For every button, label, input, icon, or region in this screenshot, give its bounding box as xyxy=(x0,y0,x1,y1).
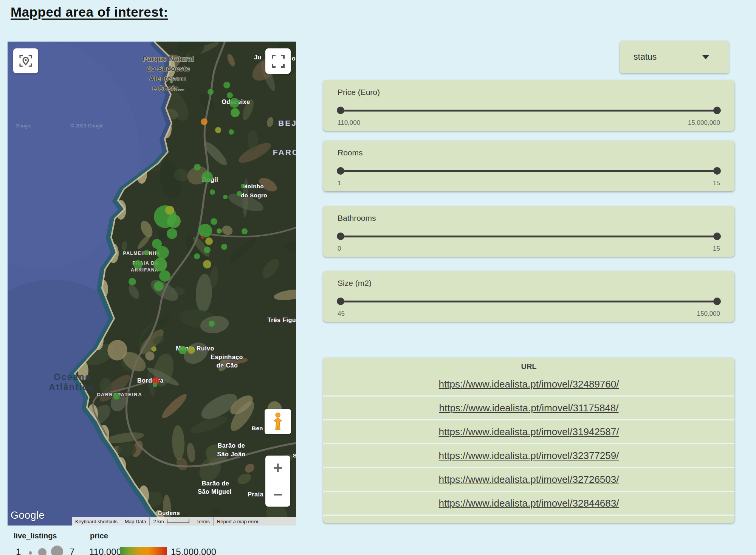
listing-dot[interactable] xyxy=(167,228,177,239)
listing-dot[interactable] xyxy=(217,228,222,234)
listing-dot[interactable] xyxy=(209,321,215,327)
listing-dot[interactable] xyxy=(223,195,228,199)
listing-dot[interactable] xyxy=(153,383,157,387)
listing-dot[interactable] xyxy=(144,250,149,255)
bathrooms-filter-panel: Bathrooms 0 15 xyxy=(323,206,734,257)
map-label: do Sudoeste xyxy=(147,65,190,73)
listing-dot[interactable] xyxy=(187,346,195,354)
listing-link[interactable]: https://www.idealista.pt/imovel/32489760… xyxy=(439,378,619,390)
listing-dot[interactable] xyxy=(129,278,136,285)
map-label: Bordeira xyxy=(137,377,164,384)
google-logo[interactable]: Google xyxy=(11,510,45,521)
table-row: https://www.idealista.pt/imovel/31175848… xyxy=(323,395,734,419)
scale-bracket xyxy=(167,519,189,523)
rooms-slider-handle-max[interactable] xyxy=(713,167,721,175)
listing-dot[interactable] xyxy=(229,129,234,135)
map-label: de Cão xyxy=(217,362,238,369)
listing-link[interactable]: https://www.idealista.pt/imovel/32844683… xyxy=(439,498,619,509)
listing-dot[interactable] xyxy=(237,191,242,196)
listing-link[interactable]: https://www.idealista.pt/imovel/31175848… xyxy=(439,402,618,414)
listing-dot[interactable] xyxy=(165,206,174,215)
price-filter-panel: Price (Euro) 110,000 15,000,000 xyxy=(323,80,734,131)
listing-dot[interactable] xyxy=(194,253,200,259)
page-title: Mapped area of interest: xyxy=(11,5,168,20)
map-data-link[interactable]: Map Data xyxy=(121,517,149,526)
listing-link[interactable]: https://www.idealista.pt/imovel/32049204… xyxy=(439,521,619,523)
select-region-button[interactable] xyxy=(13,48,38,73)
bathrooms-slider-handle-min[interactable] xyxy=(337,233,344,240)
map-label: Ben xyxy=(252,425,263,431)
listing-dot[interactable] xyxy=(167,214,181,228)
listing-dot[interactable] xyxy=(198,224,212,237)
keyboard-shortcuts-link[interactable]: Keyboard shortcuts xyxy=(72,517,121,526)
table-row: https://www.idealista.pt/imovel/31942587… xyxy=(323,419,734,443)
listing-dot[interactable] xyxy=(201,171,213,183)
pegman-button[interactable] xyxy=(265,409,291,434)
bathrooms-min-value: 0 xyxy=(338,245,341,253)
listing-dot[interactable] xyxy=(151,346,156,352)
listing-link[interactable]: https://www.idealista.pt/imovel/31942587… xyxy=(439,426,619,438)
listing-dot[interactable] xyxy=(154,281,164,291)
listing-dot[interactable] xyxy=(229,98,239,108)
rooms-slider-track[interactable] xyxy=(338,170,719,172)
listing-dot[interactable] xyxy=(113,393,120,400)
fullscreen-button[interactable] xyxy=(265,48,291,74)
listing-dot[interactable] xyxy=(210,189,215,195)
price-slider-handle-max[interactable] xyxy=(713,107,721,114)
report-map-error-link[interactable]: Report a map error xyxy=(213,517,262,526)
zoom-in-button[interactable]: + xyxy=(265,458,290,477)
map-canvas[interactable]: Parque Naturaldo SudoesteAlentejanoe Cos… xyxy=(8,42,296,526)
status-dropdown[interactable]: status xyxy=(620,41,729,73)
bathrooms-slider-track[interactable] xyxy=(338,236,719,237)
listing-dot[interactable] xyxy=(201,236,204,239)
size-slider-track[interactable] xyxy=(338,301,719,302)
listing-dot[interactable] xyxy=(223,82,230,88)
listing-dot[interactable] xyxy=(211,218,217,225)
listing-dot[interactable] xyxy=(215,127,221,133)
map-label: Oceano xyxy=(54,372,91,382)
size-slider-handle-max[interactable] xyxy=(713,298,721,305)
size-legend-dot-large xyxy=(51,546,63,555)
listing-dot[interactable] xyxy=(221,244,227,250)
size-slider-handle-min[interactable] xyxy=(337,298,344,305)
size-legend-dot-small xyxy=(29,551,32,555)
zoom-out-button[interactable]: − xyxy=(265,485,290,504)
terms-link[interactable]: Terms xyxy=(193,517,213,526)
listing-dot[interactable] xyxy=(178,346,187,354)
status-dropdown-label: status xyxy=(634,52,657,62)
listing-dot[interactable] xyxy=(204,246,211,253)
rooms-slider-handle-min[interactable] xyxy=(337,167,344,175)
listing-dot[interactable] xyxy=(205,237,213,245)
url-table: URL https://www.idealista.pt/imovel/3248… xyxy=(323,358,734,523)
size-legend-title: live_listings xyxy=(14,532,57,540)
listing-link[interactable]: https://www.idealista.pt/imovel/32726503… xyxy=(439,474,619,485)
listing-dot[interactable] xyxy=(159,270,170,282)
listing-dot[interactable] xyxy=(231,108,240,117)
listing-dot[interactable] xyxy=(227,92,233,98)
price-slider-track[interactable] xyxy=(338,110,719,112)
price-color-gradient xyxy=(120,547,167,555)
map-label: Parque Natural xyxy=(143,55,194,63)
listing-dot[interactable] xyxy=(156,246,169,259)
listing-dot[interactable] xyxy=(133,260,143,269)
listing-dot[interactable] xyxy=(153,258,167,271)
listing-dot[interactable] xyxy=(194,164,201,171)
price-slider-handle-min[interactable] xyxy=(337,107,344,114)
listing-dot[interactable] xyxy=(242,228,248,234)
listing-dot[interactable] xyxy=(201,118,208,125)
table-row: https://www.idealista.pt/imovel/32844683… xyxy=(323,491,734,515)
listing-dot[interactable] xyxy=(203,260,211,268)
map-label: Budens xyxy=(158,510,180,516)
pegman-icon xyxy=(273,412,283,431)
listing-dot[interactable] xyxy=(208,89,214,95)
map-label: São Miguel xyxy=(198,488,231,495)
size-legend-dot-medium xyxy=(38,548,46,555)
listing-link[interactable]: https://www.idealista.pt/imovel/32377259… xyxy=(439,450,619,462)
bathrooms-slider-handle-max[interactable] xyxy=(713,233,721,240)
map-label: © 2023 Google xyxy=(70,123,104,129)
map-label: Praia xyxy=(248,491,263,498)
zoom-control: + − xyxy=(265,456,290,507)
listing-dot[interactable] xyxy=(241,184,245,188)
map-label: Atlântico xyxy=(49,382,95,392)
map-label: Alentejano xyxy=(149,74,186,82)
